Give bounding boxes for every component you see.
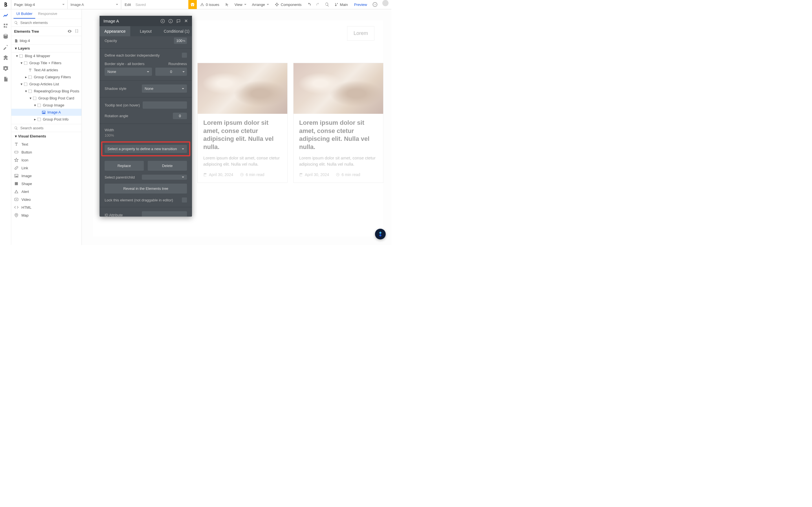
roundness-input[interactable]: 0 <box>155 68 187 76</box>
border-style-select[interactable]: None <box>105 68 152 76</box>
tab-appearance[interactable]: Appearance <box>100 26 130 36</box>
info-icon[interactable] <box>168 19 173 23</box>
ve-alert[interactable]: Alert <box>11 187 82 195</box>
ve-video[interactable]: Video <box>11 195 82 203</box>
tree-row[interactable]: ▾RepeatingGroup Blog Posts <box>11 88 82 95</box>
rotation-input[interactable]: 0 <box>173 113 187 119</box>
settings-tab-icon[interactable] <box>3 66 8 71</box>
opacity-label: Opacity <box>105 39 117 43</box>
select-parent-dropdown[interactable] <box>142 175 187 180</box>
tree-row[interactable]: ▸Group Category Filters <box>11 73 82 80</box>
edit-saved-status: Edit Saved <box>121 0 149 9</box>
lorem-button[interactable]: Lorem <box>347 26 374 41</box>
panel-body[interactable]: Opacity 100 % Define each border indepen… <box>100 36 192 217</box>
redo-button[interactable] <box>313 0 322 9</box>
edit-label[interactable]: Edit <box>124 3 131 7</box>
tooltip-input[interactable] <box>143 101 187 109</box>
gift-icon <box>190 2 195 7</box>
opacity-input[interactable]: 100 % <box>174 38 187 44</box>
panel-header[interactable]: Image A <box>100 16 192 26</box>
view-menu[interactable]: View <box>232 0 249 9</box>
tree-row[interactable]: ▸Group Post Info <box>11 116 82 123</box>
avatar[interactable] <box>382 0 389 6</box>
expand-icon[interactable] <box>75 29 79 33</box>
tab-conditional[interactable]: Conditional (1) <box>161 26 192 36</box>
tree-row-label: Group Category Filters <box>34 75 71 79</box>
tree-row[interactable]: Image A <box>11 109 82 116</box>
tab-layout[interactable]: Layout <box>130 26 161 36</box>
map-icon <box>14 213 18 217</box>
replace-button[interactable]: Replace <box>105 161 144 171</box>
button-icon <box>14 150 18 154</box>
plugins-tab-icon[interactable] <box>3 55 8 61</box>
tree-page-root[interactable]: blog-4 <box>11 37 82 44</box>
rotation-value: 0 <box>179 114 181 118</box>
blog-card[interactable]: Lorem ipsum dolor sit amet, conse ctetur… <box>197 63 288 183</box>
logo-cell[interactable] <box>0 0 11 9</box>
layers-section[interactable]: ▾ Layers <box>11 44 82 52</box>
svg-rect-11 <box>38 118 41 121</box>
undo-button[interactable] <box>305 0 313 9</box>
styles-tab-icon[interactable] <box>3 44 8 50</box>
lock-checkbox[interactable] <box>182 198 187 203</box>
ve-link[interactable]: Link <box>11 164 82 172</box>
preview-button[interactable]: Preview <box>351 0 370 9</box>
search-elements-input[interactable] <box>20 20 79 25</box>
ve-html[interactable]: HTML <box>11 203 82 211</box>
data-tab-icon[interactable] <box>3 34 8 39</box>
blog-card[interactable]: Lorem ipsum dolor sit amet, conse ctetur… <box>293 63 384 183</box>
delete-button[interactable]: Delete <box>148 161 187 171</box>
ve-text[interactable]: Text <box>11 140 82 148</box>
branch-button[interactable]: Main <box>332 0 351 9</box>
visual-elements-header[interactable]: ▾ Visual Elements <box>11 132 82 140</box>
logs-tab-icon[interactable] <box>3 76 8 82</box>
tree-row[interactable]: ▾Group Blog Post Card <box>11 95 82 102</box>
element-dropdown[interactable]: Image A <box>68 0 121 9</box>
row-border-labels: Border style - all borders Roundness <box>105 62 187 66</box>
transition-select[interactable]: Select a property to define a new transi… <box>105 145 187 153</box>
video-icon <box>14 197 18 202</box>
design-tab-icon[interactable] <box>3 12 8 18</box>
shadow-select[interactable]: None <box>142 84 187 93</box>
search-assets-input[interactable] <box>20 126 79 130</box>
svg-rect-5 <box>24 82 28 86</box>
tree-row-label: Text All articles <box>34 68 58 72</box>
close-icon[interactable] <box>184 19 188 23</box>
gift-button[interactable] <box>188 0 197 9</box>
tree-row[interactable]: ▾Group Image <box>11 102 82 109</box>
cursor-tool[interactable] <box>223 0 232 9</box>
ve-map[interactable]: Map <box>11 211 82 219</box>
issues-indicator[interactable]: 0 issues <box>197 0 223 9</box>
comment-icon[interactable] <box>176 19 181 23</box>
reveal-button[interactable]: Reveal in the Elements tree <box>105 184 187 193</box>
border-indep-checkbox[interactable] <box>182 53 187 58</box>
ve-image[interactable]: Image <box>11 172 82 180</box>
arrange-menu[interactable]: Arrange <box>249 0 272 9</box>
property-panel[interactable]: Image A Appearance Layout Conditional (1… <box>100 16 192 217</box>
tree-row[interactable]: Text All articles <box>11 66 82 73</box>
play-icon[interactable] <box>160 19 165 23</box>
tree-row[interactable]: ▾Group Articles List <box>11 80 82 88</box>
help-bubble[interactable] <box>375 229 386 239</box>
tree-caret: ▾ <box>20 61 23 65</box>
group-icon <box>19 54 23 58</box>
components-button[interactable]: Components <box>272 0 305 9</box>
tab-responsive[interactable]: Responsive <box>35 9 60 18</box>
ve-button[interactable]: Button <box>11 148 82 156</box>
workflow-tab-icon[interactable] <box>3 23 8 29</box>
svg-rect-2 <box>20 54 23 57</box>
ve-shape[interactable]: Shape <box>11 180 82 187</box>
chevron-down-icon <box>267 4 269 5</box>
help-button[interactable]: ? <box>370 0 379 9</box>
eye-icon[interactable] <box>67 29 72 34</box>
shape-icon <box>14 181 18 186</box>
tree-row[interactable]: ▾Group Title + Filters <box>11 59 82 66</box>
left-rail <box>0 9 11 245</box>
id-attr-input[interactable] <box>142 211 187 217</box>
page-dropdown[interactable]: Page: blog-4 <box>11 0 68 9</box>
search-button[interactable] <box>322 0 332 9</box>
tree-row[interactable]: ▾Blog 4 Wrapper <box>11 52 82 59</box>
tab-ui-builder[interactable]: UI Builder <box>13 9 35 18</box>
ve-label: Text <box>21 142 28 147</box>
ve-icon[interactable]: Icon <box>11 156 82 164</box>
